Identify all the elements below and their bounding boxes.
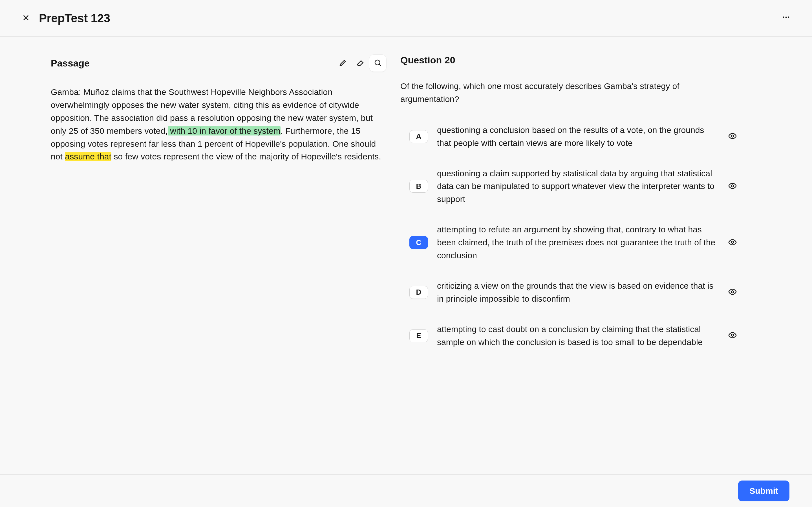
footer-bar: Submit	[0, 474, 812, 507]
choice-text: questioning a conclusion based on the re…	[437, 117, 717, 156]
annotation-tools	[335, 55, 386, 71]
question-header: Question 20	[400, 55, 739, 66]
eye-icon	[728, 331, 737, 341]
answer-choice-d[interactable]: D criticizing a view on the grounds that…	[409, 273, 739, 312]
answer-choice-e[interactable]: E attempting to cast doubt on a conclusi…	[409, 316, 739, 355]
question-panel: Question 20 Of the following, which one …	[400, 55, 739, 474]
submit-button[interactable]: Submit	[738, 481, 790, 501]
svg-point-10	[731, 291, 733, 293]
svg-line-6	[379, 64, 381, 66]
toggle-visibility-button[interactable]	[726, 130, 739, 143]
svg-point-7	[731, 135, 733, 137]
choice-letter: E	[409, 329, 428, 342]
choice-letter: C	[409, 236, 428, 249]
passage-paragraph: Gamba: Muñoz claims that the Southwest H…	[51, 86, 386, 163]
question-prompt: Of the following, which one most accurat…	[400, 80, 739, 106]
choice-letter: D	[409, 286, 428, 299]
highlight-tool-button[interactable]	[335, 55, 351, 71]
more-menu-button[interactable]	[780, 12, 792, 24]
svg-point-9	[731, 241, 733, 243]
toggle-visibility-button[interactable]	[726, 236, 739, 249]
svg-point-5	[375, 60, 380, 65]
svg-point-8	[731, 185, 733, 187]
passage-seg-highlight-yellow: assume that	[65, 152, 111, 161]
eye-icon	[728, 287, 737, 297]
passage-header: Passage	[51, 55, 386, 71]
search-tool-button[interactable]	[369, 55, 386, 71]
pencil-icon	[339, 59, 347, 68]
passage-heading: Passage	[51, 58, 90, 69]
passage-seg: so few votes represent the view of the m…	[111, 152, 381, 161]
choice-text: criticizing a view on the grounds that t…	[437, 273, 717, 312]
answer-choice-c[interactable]: C attempting to refute an argument by sh…	[409, 216, 739, 269]
close-button[interactable]	[20, 12, 32, 24]
choice-letter: B	[409, 180, 428, 193]
choice-text: attempting to cast doubt on a conclusion…	[437, 316, 717, 355]
passage-seg-highlight-green: with 10 in favor of the system	[168, 126, 281, 135]
main-content: Passage Gam	[0, 37, 812, 474]
toggle-visibility-button[interactable]	[726, 286, 739, 298]
toggle-visibility-button[interactable]	[726, 180, 739, 192]
eye-icon	[728, 131, 737, 142]
toggle-visibility-button[interactable]	[726, 330, 739, 342]
choice-text: attempting to refute an argument by show…	[437, 216, 717, 269]
more-horizontal-icon	[782, 13, 790, 23]
search-icon	[373, 59, 382, 68]
page-title: PrepTest 123	[39, 11, 110, 25]
svg-point-2	[783, 17, 784, 18]
close-icon	[22, 14, 30, 22]
choice-letter: A	[409, 130, 428, 143]
header-left: PrepTest 123	[20, 11, 110, 25]
question-heading: Question 20	[400, 55, 455, 66]
eye-icon	[728, 181, 737, 191]
passage-panel: Passage Gam	[51, 55, 386, 474]
svg-point-11	[731, 334, 733, 336]
eraser-tool-button[interactable]	[352, 55, 369, 71]
passage-body[interactable]: Gamba: Muñoz claims that the Southwest H…	[51, 86, 386, 163]
choice-text: questioning a claim supported by statist…	[437, 160, 717, 213]
svg-point-3	[785, 17, 787, 18]
eye-icon	[728, 238, 737, 247]
svg-point-4	[788, 17, 789, 18]
answer-choices: A questioning a conclusion based on the …	[409, 117, 739, 355]
passage-seg: Gamba:	[51, 87, 84, 97]
answer-choice-a[interactable]: A questioning a conclusion based on the …	[409, 117, 739, 156]
header-bar: PrepTest 123	[0, 0, 812, 37]
eraser-icon	[356, 59, 364, 68]
answer-choice-b[interactable]: B questioning a claim supported by stati…	[409, 160, 739, 213]
